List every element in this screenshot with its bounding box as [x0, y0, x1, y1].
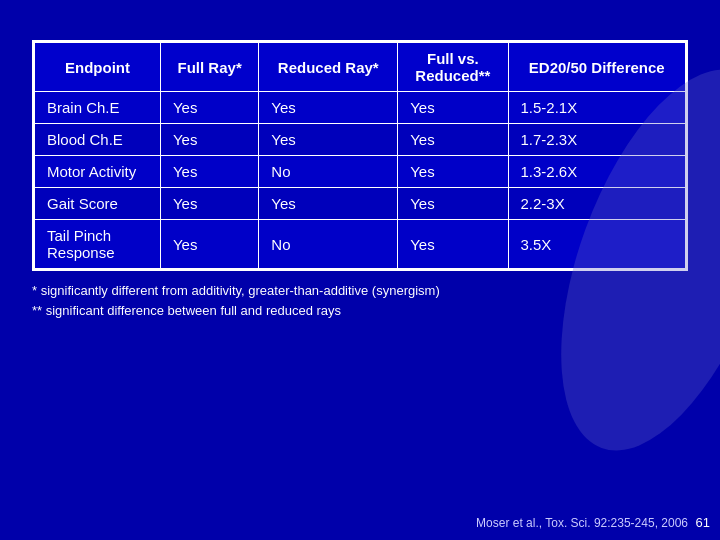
- col-header-2: Reduced Ray*: [259, 43, 398, 92]
- cell-r1-c2: Yes: [259, 124, 398, 156]
- table-row: Blood Ch.EYesYesYes1.7-2.3X: [35, 124, 686, 156]
- page-number: 61: [696, 515, 710, 530]
- cell-r0-c2: Yes: [259, 92, 398, 124]
- col-header-3: Full vs.Reduced**: [398, 43, 508, 92]
- cell-r2-c4: 1.3-2.6X: [508, 156, 686, 188]
- cell-r2-c3: Yes: [398, 156, 508, 188]
- cell-r1-c4: 1.7-2.3X: [508, 124, 686, 156]
- cell-r0-c3: Yes: [398, 92, 508, 124]
- cell-r3-c2: Yes: [259, 188, 398, 220]
- col-header-0: Endpoint: [35, 43, 161, 92]
- cell-r1-c0: Blood Ch.E: [35, 124, 161, 156]
- cell-r4-c4: 3.5X: [508, 220, 686, 269]
- table-row: Tail PinchResponseYesNoYes3.5X: [35, 220, 686, 269]
- table-row: Motor ActivityYesNoYes1.3-2.6X: [35, 156, 686, 188]
- col-header-1: Full Ray*: [160, 43, 258, 92]
- footnote-1: * significantly different from additivit…: [32, 281, 688, 301]
- cell-r3-c1: Yes: [160, 188, 258, 220]
- cell-r4-c1: Yes: [160, 220, 258, 269]
- table-row: Brain Ch.EYesYesYes1.5-2.1X: [35, 92, 686, 124]
- cell-r3-c3: Yes: [398, 188, 508, 220]
- cell-r2-c2: No: [259, 156, 398, 188]
- cell-r0-c4: 1.5-2.1X: [508, 92, 686, 124]
- cell-r1-c1: Yes: [160, 124, 258, 156]
- cell-r1-c3: Yes: [398, 124, 508, 156]
- page-title: [0, 0, 720, 40]
- footnotes: * significantly different from additivit…: [32, 281, 688, 320]
- cell-r4-c0: Tail PinchResponse: [35, 220, 161, 269]
- cell-r3-c4: 2.2-3X: [508, 188, 686, 220]
- table-header-row: EndpointFull Ray*Reduced Ray*Full vs.Red…: [35, 43, 686, 92]
- cell-r0-c0: Brain Ch.E: [35, 92, 161, 124]
- cell-r0-c1: Yes: [160, 92, 258, 124]
- cell-r3-c0: Gait Score: [35, 188, 161, 220]
- cell-r4-c3: Yes: [398, 220, 508, 269]
- cell-r2-c1: Yes: [160, 156, 258, 188]
- footnote-2: ** significant difference between full a…: [32, 301, 688, 321]
- table-row: Gait ScoreYesYesYes2.2-3X: [35, 188, 686, 220]
- citation: Moser et al., Tox. Sci. 92:235-245, 2006: [476, 516, 688, 530]
- cell-r2-c0: Motor Activity: [35, 156, 161, 188]
- data-table: EndpointFull Ray*Reduced Ray*Full vs.Red…: [32, 40, 688, 271]
- col-header-4: ED20/50 Difference: [508, 43, 686, 92]
- cell-r4-c2: No: [259, 220, 398, 269]
